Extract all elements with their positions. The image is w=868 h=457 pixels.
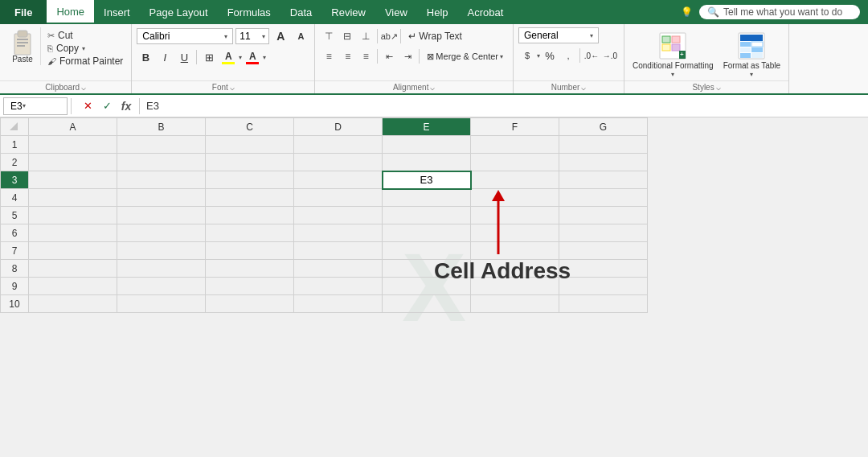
- font-expand-icon[interactable]: ⌵: [230, 83, 235, 92]
- row-header-5[interactable]: 5: [1, 207, 29, 224]
- styles-expand-icon[interactable]: ⌵: [716, 83, 721, 92]
- row-header-9[interactable]: 9: [1, 278, 29, 295]
- cell-G7[interactable]: [559, 242, 648, 260]
- cell-A10[interactable]: [29, 295, 117, 313]
- cell-D8[interactable]: [294, 260, 383, 278]
- cancel-formula-button[interactable]: ✕: [80, 98, 96, 114]
- cell-E9[interactable]: [383, 278, 471, 295]
- tell-me-input[interactable]: 🔍 Tell me what you want to do: [699, 5, 860, 19]
- cell-E5[interactable]: [383, 207, 471, 224]
- font-name-selector[interactable]: Calibri ▾: [137, 28, 233, 44]
- cell-B1[interactable]: [117, 136, 206, 154]
- cell-F4[interactable]: [471, 189, 559, 207]
- menu-insert-tab[interactable]: Insert: [94, 0, 140, 24]
- cell-D9[interactable]: [294, 278, 383, 295]
- cell-C6[interactable]: [206, 224, 294, 242]
- cell-B6[interactable]: [117, 224, 206, 242]
- cell-E6[interactable]: [383, 224, 471, 242]
- copy-button[interactable]: ⎘ Copy ▾: [44, 42, 126, 55]
- cell-F7[interactable]: [471, 242, 559, 260]
- cell-E3[interactable]: E3: [383, 171, 471, 189]
- cell-G5[interactable]: [559, 207, 648, 224]
- confirm-formula-button[interactable]: ✓: [99, 98, 115, 114]
- row-header-6[interactable]: 6: [1, 224, 29, 242]
- col-header-E[interactable]: E: [383, 118, 471, 136]
- cell-B3[interactable]: [117, 171, 206, 189]
- row-header-3[interactable]: 3: [1, 171, 29, 189]
- cell-G8[interactable]: [559, 260, 648, 278]
- percent-button[interactable]: %: [541, 47, 559, 64]
- col-header-D[interactable]: D: [294, 118, 383, 136]
- cell-D4[interactable]: [294, 189, 383, 207]
- cell-C3[interactable]: [206, 171, 294, 189]
- insert-function-button[interactable]: fx: [118, 98, 134, 114]
- cell-B8[interactable]: [117, 260, 206, 278]
- menu-data-tab[interactable]: Data: [280, 0, 321, 24]
- menu-acrobat-tab[interactable]: Acrobat: [458, 0, 514, 24]
- merge-center-button[interactable]: ⊠ Merge & Center ▾: [422, 51, 508, 63]
- align-bottom-button[interactable]: ⊥: [357, 27, 375, 45]
- col-header-A[interactable]: A: [29, 118, 117, 136]
- increase-indent-button[interactable]: ⇥: [399, 47, 416, 65]
- cell-G1[interactable]: [559, 136, 648, 154]
- row-header-1[interactable]: 1: [1, 136, 29, 154]
- cell-A4[interactable]: [29, 189, 117, 207]
- row-header-2[interactable]: 2: [1, 154, 29, 171]
- cell-C10[interactable]: [206, 295, 294, 313]
- col-header-F[interactable]: F: [471, 118, 559, 136]
- col-header-B[interactable]: B: [117, 118, 206, 136]
- increase-font-size-button[interactable]: A: [272, 27, 289, 45]
- cell-E2[interactable]: [383, 154, 471, 171]
- fill-color-arrow[interactable]: ▾: [239, 54, 242, 61]
- cell-A5[interactable]: [29, 207, 117, 224]
- cell-F2[interactable]: [471, 154, 559, 171]
- menu-review-tab[interactable]: Review: [321, 0, 375, 24]
- row-header-4[interactable]: 4: [1, 189, 29, 207]
- underline-button[interactable]: U: [175, 48, 193, 66]
- cell-C7[interactable]: [206, 242, 294, 260]
- align-middle-button[interactable]: ⊟: [338, 27, 356, 45]
- cell-C8[interactable]: [206, 260, 294, 278]
- cell-D5[interactable]: [294, 207, 383, 224]
- comma-button[interactable]: ,: [559, 47, 577, 64]
- align-right-button[interactable]: ≡: [357, 47, 375, 65]
- format-painter-button[interactable]: 🖌 Format Painter: [44, 55, 126, 68]
- cell-A3[interactable]: [29, 171, 117, 189]
- cell-G3[interactable]: [559, 171, 648, 189]
- align-left-button[interactable]: ≡: [320, 47, 338, 65]
- decrease-font-size-button[interactable]: A: [292, 27, 309, 45]
- fill-color-button[interactable]: A: [219, 48, 237, 66]
- cell-D6[interactable]: [294, 224, 383, 242]
- accounting-format-button[interactable]: $: [518, 47, 536, 64]
- decrease-indent-button[interactable]: ⇤: [380, 47, 398, 65]
- format-as-table-button[interactable]: Format as Table ▾: [720, 29, 784, 80]
- cell-C4[interactable]: [206, 189, 294, 207]
- cell-E8[interactable]: [383, 260, 471, 278]
- col-header-G[interactable]: G: [559, 118, 648, 136]
- cell-D7[interactable]: [294, 242, 383, 260]
- menu-home-tab[interactable]: Home: [47, 0, 94, 24]
- cell-B2[interactable]: [117, 154, 206, 171]
- cell-D10[interactable]: [294, 295, 383, 313]
- cell-F6[interactable]: [471, 224, 559, 242]
- cell-A2[interactable]: [29, 154, 117, 171]
- font-color-button[interactable]: A: [244, 48, 261, 66]
- cell-F10[interactable]: [471, 295, 559, 313]
- formula-input[interactable]: E3: [140, 98, 865, 113]
- cell-F3[interactable]: [471, 171, 559, 189]
- cell-F8[interactable]: [471, 260, 559, 278]
- cell-D1[interactable]: [294, 136, 383, 154]
- clipboard-expand-icon[interactable]: ⌵: [81, 83, 86, 92]
- wrap-text-button[interactable]: ↵ Wrap Text: [403, 29, 467, 43]
- cell-C9[interactable]: [206, 278, 294, 295]
- cell-G2[interactable]: [559, 154, 648, 171]
- cell-E1[interactable]: [383, 136, 471, 154]
- col-header-C[interactable]: C: [206, 118, 294, 136]
- cell-F1[interactable]: [471, 136, 559, 154]
- alignment-expand-icon[interactable]: ⌵: [430, 83, 435, 92]
- cell-B5[interactable]: [117, 207, 206, 224]
- number-expand-icon[interactable]: ⌵: [581, 83, 586, 92]
- menu-page-layout-tab[interactable]: Page Layout: [140, 0, 218, 24]
- menu-help-tab[interactable]: Help: [417, 0, 458, 24]
- cell-A6[interactable]: [29, 224, 117, 242]
